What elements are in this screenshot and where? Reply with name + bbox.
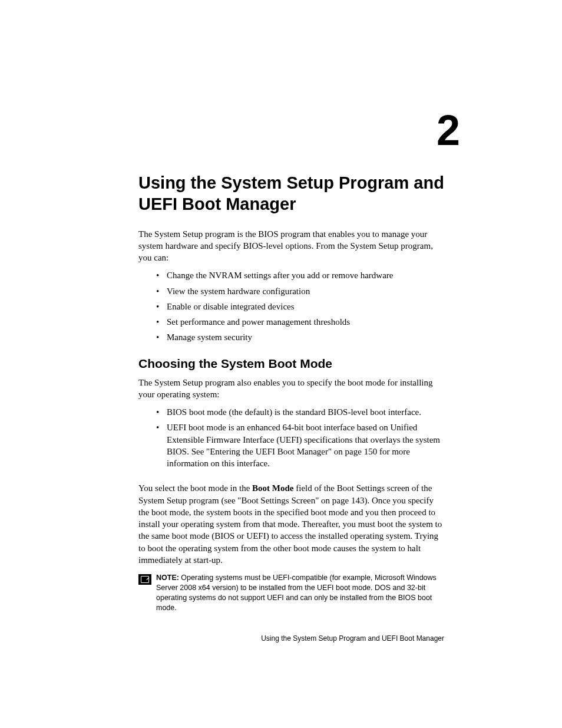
intro-paragraph: The System Setup program is the BIOS pro…: [138, 228, 444, 264]
bold-term: Boot Mode: [252, 483, 293, 493]
note-label: NOTE:: [156, 574, 179, 582]
list-item: View the system hardware configuration: [156, 285, 444, 297]
note-text: NOTE: Operating systems must be UEFI-com…: [156, 573, 444, 613]
section-bullet-list: BIOS boot mode (the default) is the stan…: [156, 406, 444, 469]
list-item: Enable or disable integrated devices: [156, 301, 444, 312]
section-intro: The System Setup program also enables yo…: [138, 377, 444, 401]
chapter-title: Using the System Setup Program and UEFI …: [138, 172, 444, 215]
body-paragraph: You select the boot mode in the Boot Mod…: [138, 482, 444, 566]
list-item: Manage system security: [156, 331, 444, 343]
note-body: Operating systems must be UEFI-compatibl…: [156, 574, 437, 612]
list-item: UEFI boot mode is an enhanced 64-bit boo…: [156, 421, 444, 469]
page-footer: Using the System Setup Program and UEFI …: [261, 634, 444, 643]
section-heading: Choosing the System Boot Mode: [138, 357, 444, 371]
list-item: Change the NVRAM settings after you add …: [156, 269, 444, 281]
list-item: Set performance and power management thr…: [156, 316, 444, 328]
intro-bullet-list: Change the NVRAM settings after you add …: [156, 269, 444, 343]
chapter-number: 2: [138, 106, 459, 154]
body-text-pre: You select the boot mode in the: [138, 483, 252, 493]
note-icon: [138, 574, 151, 585]
note-block: NOTE: Operating systems must be UEFI-com…: [138, 573, 444, 613]
body-text-post: field of the Boot Settings screen of the…: [138, 483, 442, 565]
list-item: BIOS boot mode (the default) is the stan…: [156, 406, 444, 418]
